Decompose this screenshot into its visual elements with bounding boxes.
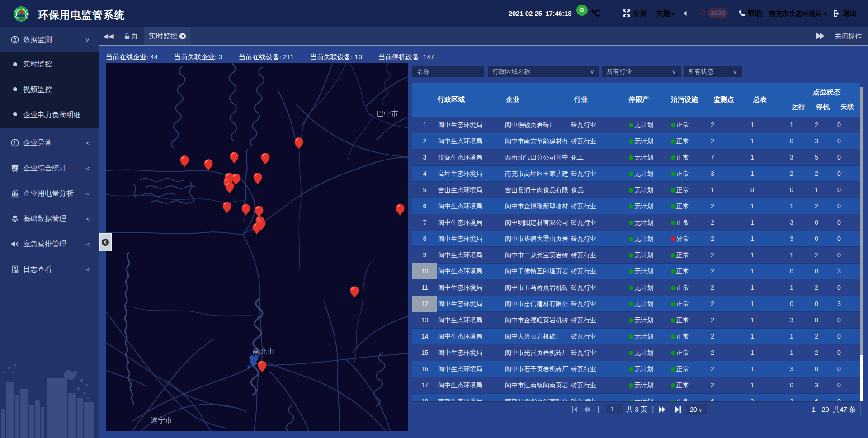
svg-text:巴中市: 巴中市 [377,110,398,118]
svg-text:遂宁市: 遂宁市 [151,416,172,424]
svg-text:南充市: 南充市 [253,347,274,355]
